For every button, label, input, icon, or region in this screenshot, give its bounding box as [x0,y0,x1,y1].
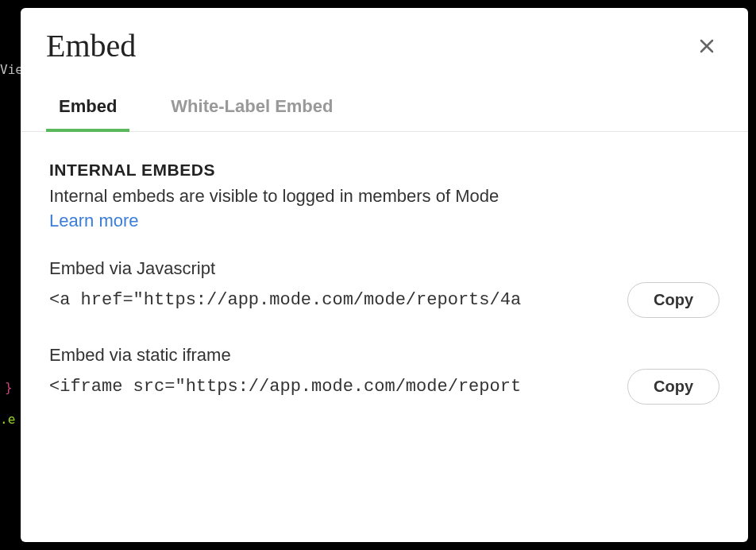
tab-embed[interactable]: Embed [46,87,129,131]
embed-block-iframe: Embed via static iframe <iframe src="htt… [49,345,719,405]
embed-js-label: Embed via Javascript [49,258,719,279]
copy-js-button[interactable]: Copy [627,282,719,318]
embed-js-code[interactable]: <a href="https://app.mode.com/mode/repor… [49,287,611,313]
embed-js-row: <a href="https://app.mode.com/mode/repor… [49,282,719,318]
bg-fragment-1: Vie [0,62,23,77]
tab-white-label-embed[interactable]: White-Label Embed [158,87,345,131]
embed-iframe-label: Embed via static iframe [49,345,719,366]
copy-iframe-button[interactable]: Copy [627,369,719,405]
learn-more-link[interactable]: Learn more [49,211,139,231]
close-icon [697,37,716,56]
modal-body: INTERNAL EMBEDS Internal embeds are visi… [21,132,748,542]
modal-title: Embed [46,27,136,64]
close-button[interactable] [694,33,719,59]
section-description: Internal embeds are visible to logged in… [49,184,719,209]
embed-block-js: Embed via Javascript <a href="https://ap… [49,258,719,318]
embed-modal: Embed Embed White-Label Embed INTERNAL E… [21,8,748,542]
embed-iframe-code[interactable]: <iframe src="https://app.mode.com/mode/r… [49,374,611,400]
embed-iframe-row: <iframe src="https://app.mode.com/mode/r… [49,369,719,405]
bg-fragment-2: } [5,380,13,395]
bg-fragment-3: .e [0,412,15,427]
tabs-container: Embed White-Label Embed [21,87,748,132]
section-title: INTERNAL EMBEDS [49,161,719,180]
modal-header: Embed [21,8,748,87]
